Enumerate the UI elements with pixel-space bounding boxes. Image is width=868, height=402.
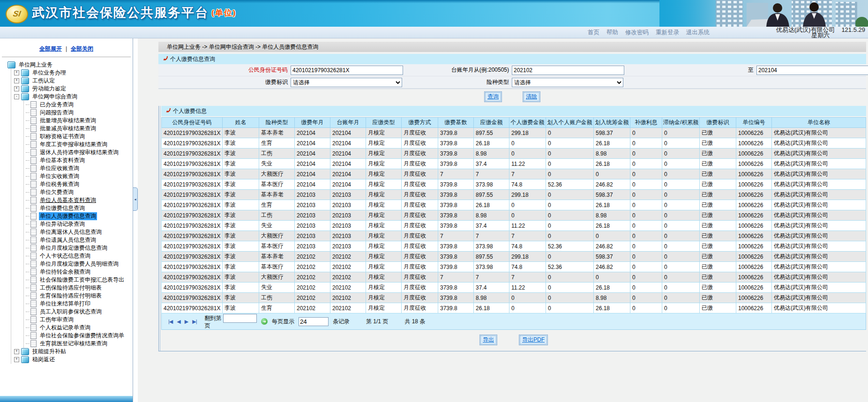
sidebar-item[interactable]: 单位缴费信息查询 — [39, 204, 86, 212]
table-cell: 李波 — [223, 138, 259, 149]
sidebar-item[interactable]: 单位离退休人员信息查询 — [39, 228, 103, 236]
table-cell: 8.98 — [594, 210, 630, 221]
table-row: 42010219790326281X李波工伤202104202104月核定月度征… — [162, 149, 866, 159]
sidebar-item[interactable]: 工伤年审查询 — [39, 316, 75, 324]
sidebar-item[interactable]: 年度工资申报审核结果查询 — [39, 141, 108, 149]
table-cell: 工伤 — [259, 210, 295, 221]
expand-node-icon[interactable]: + — [14, 86, 19, 91]
sidebar-item[interactable]: 个人卡状态信息查询 — [39, 252, 91, 260]
sidebar-root-item[interactable]: 单位网上业务 — [18, 61, 53, 69]
sidebar-item[interactable]: 工伤保险待遇应付明细表 — [39, 284, 103, 292]
sidebar-item[interactable]: 生育保险待遇应付明细表 — [39, 292, 103, 300]
sidebar-item[interactable]: 批量增员审核结果查询 — [39, 117, 97, 125]
go-page-icon[interactable]: ➜ — [261, 318, 268, 325]
table-cell: 月核定 — [366, 200, 402, 210]
table-cell: 0 — [509, 149, 546, 159]
sidebar-item[interactable]: 单位人员缴费信息查询 — [39, 212, 97, 220]
query-actions: 查询 清除 — [158, 89, 866, 104]
id-number-input[interactable] — [291, 66, 403, 75]
sidebar-branch-item[interactable]: 单位网申综合查询 — [31, 93, 78, 101]
first-page-icon[interactable]: |◀ — [168, 319, 172, 325]
table-cell: 大额医疗 — [259, 272, 295, 283]
sidebar-item[interactable]: 职称资格证书查询 — [39, 133, 86, 141]
sidebar-branch-item[interactable]: 工伤认定 — [31, 77, 56, 85]
sidebar-item[interactable]: 单位待转金余额查询 — [39, 268, 91, 276]
period-to-label: 至 — [625, 66, 756, 74]
table-cell: 失业 — [259, 283, 295, 293]
table-cell: 42010219790326281X — [162, 190, 223, 200]
sidebar-branch-item[interactable]: 技能提升补贴 — [31, 348, 67, 356]
sidebar-item[interactable]: 单位社会保险参保缴费情况查询单 — [39, 332, 125, 340]
sidebar-item[interactable]: 单位月度核定缴费信息查询 — [39, 244, 108, 252]
expand-node-icon[interactable]: + — [14, 349, 19, 354]
sidebar-item[interactable]: 退休人员待遇申报审核结果查询 — [39, 149, 120, 156]
expand-node-icon[interactable]: + — [14, 78, 19, 83]
sidebar-item[interactable]: 生育就医登记审核结果查询 — [39, 340, 108, 348]
expand-node-icon[interactable]: + — [14, 357, 19, 362]
sidebar-item[interactable]: 单位税务账查询 — [39, 180, 80, 188]
table-cell: 优易达(武汉)有限公司 — [772, 303, 866, 313]
nav-relogin[interactable]: 重新登录 — [656, 29, 679, 36]
table-cell: 基本养老 — [259, 190, 295, 200]
collapse-all-link[interactable]: 全部关闭 — [71, 45, 93, 52]
per-page-input[interactable] — [299, 317, 329, 326]
sidebar-item[interactable]: 社会保险缴费工资申报汇总表导出 — [39, 276, 125, 284]
period-from-input[interactable] — [512, 66, 624, 75]
table-cell: 7 — [474, 272, 509, 283]
table-cell: 202102 — [330, 293, 366, 303]
pay-flag-select[interactable]: 请选择 — [291, 78, 402, 87]
folder-icon — [21, 85, 29, 92]
table-cell: 42010219790326281X — [162, 293, 223, 303]
sidebar-branch-item[interactable]: 稳岗返还 — [31, 356, 56, 364]
goto-page-input[interactable] — [223, 314, 257, 323]
nav-change-password[interactable]: 修改密码 — [625, 29, 649, 36]
sidebar-item[interactable]: 单位人员基本资料查询 — [39, 196, 97, 204]
expand-node-icon[interactable]: + — [14, 70, 19, 75]
sidebar-item[interactable]: 单位欠费查询 — [39, 188, 75, 196]
export-button[interactable]: 导出 — [479, 335, 497, 345]
nav-help[interactable]: 帮助 — [606, 29, 618, 36]
sidebar-item[interactable]: 个人权益记录单查询 — [39, 324, 91, 332]
table-cell: 299.18 — [509, 128, 546, 138]
period-to-input[interactable] — [756, 66, 868, 75]
sidebar-branch-item[interactable]: 单位业务办理 — [31, 69, 67, 77]
nav-logout[interactable]: 退出系统 — [686, 29, 710, 36]
table-cell: 202103 — [330, 200, 366, 210]
sidebar-item[interactable]: 单位异动记录查询 — [39, 220, 86, 228]
sidebar-item[interactable]: 批量减员审核结果查询 — [39, 125, 97, 133]
collapse-node-icon[interactable]: - — [14, 94, 19, 99]
table-cell: 3739.8 — [438, 283, 474, 293]
sidebar-item[interactable]: 员工入职前参保状态查询 — [39, 308, 103, 316]
sidebar-item[interactable]: 单位遗属人员信息查询 — [39, 236, 97, 244]
sidebar-item[interactable]: 单位往来结算单打印 — [39, 300, 91, 308]
sidebar-item[interactable]: 单位月度核定缴费人员明细查询 — [39, 260, 120, 268]
sidebar-item[interactable]: 已办业务查询 — [39, 101, 75, 109]
table-cell: 11.22 — [509, 283, 546, 293]
table-cell: 202103 — [295, 221, 330, 231]
query-section-header: 个人缴费信息查询 — [158, 54, 866, 64]
table-cell: 基本医疗 — [259, 241, 295, 252]
next-page-icon[interactable]: ▶ — [185, 319, 188, 325]
last-page-icon[interactable]: ▶| — [192, 319, 196, 325]
table-cell: 0 — [594, 231, 630, 241]
sidebar-item[interactable]: 单位应收账查询 — [39, 164, 80, 172]
table-cell: 202102 — [330, 283, 366, 293]
prev-page-icon[interactable]: ◀ — [177, 319, 180, 325]
export-pdf-button[interactable]: 导出PDF — [519, 335, 548, 345]
sidebar-branch-item[interactable]: 劳动能力鉴定 — [31, 85, 67, 93]
query-button[interactable]: 查询 — [484, 91, 502, 102]
clear-button[interactable]: 清除 — [523, 91, 540, 102]
table-cell: 299.18 — [509, 190, 546, 200]
collapse-sidebar-handle[interactable]: ◂ — [133, 187, 138, 211]
sidebar-splitter[interactable]: ◂ — [133, 38, 138, 402]
sidebar-item[interactable]: 单位实收账查询 — [39, 172, 80, 180]
table-cell: 已缴 — [700, 190, 736, 200]
sidebar-item[interactable]: 问题报告查询 — [39, 109, 75, 117]
table-cell: 优易达(武汉)有限公司 — [772, 190, 866, 200]
table-cell: 0 — [546, 303, 594, 313]
expand-all-link[interactable]: 全部展开 — [39, 45, 62, 52]
nav-home[interactable]: 首页 — [588, 29, 599, 36]
insurance-type-select[interactable]: 请选择 — [512, 78, 623, 87]
results-section-title: 个人缴费信息 — [173, 106, 207, 116]
sidebar-item[interactable]: 单位基本资料查询 — [39, 156, 86, 164]
